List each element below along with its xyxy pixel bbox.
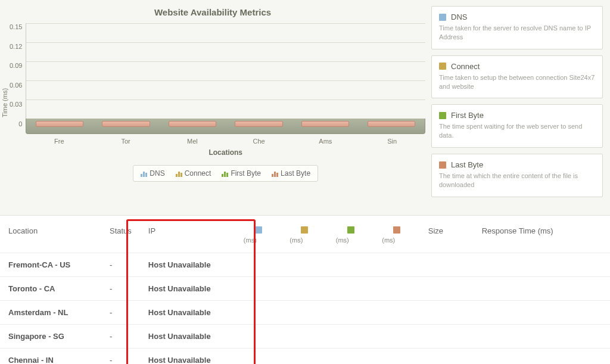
col-ip[interactable]: IP bbox=[140, 216, 235, 253]
cell-connect-ms bbox=[281, 276, 327, 300]
y-tick: 0.03 bbox=[10, 101, 22, 108]
x-tick: Ams bbox=[292, 138, 359, 145]
cell-ip: Host Unavailable bbox=[140, 324, 235, 348]
col-status[interactable]: Status bbox=[101, 216, 140, 253]
info-title: DNS bbox=[451, 13, 467, 21]
y-tick: 0.06 bbox=[10, 82, 22, 89]
gridline bbox=[26, 61, 425, 62]
y-axis-label: Time (ms) bbox=[0, 23, 10, 182]
plot-area[interactable] bbox=[26, 23, 425, 119]
table-row[interactable]: Amsterdam - NL-Host Unavailable bbox=[0, 300, 610, 324]
legend-item-connect[interactable]: Connect bbox=[176, 169, 211, 178]
swatch-icon bbox=[439, 161, 446, 169]
legend-item-firstbyte[interactable]: First Byte bbox=[222, 169, 261, 178]
table-row[interactable]: Chennai - IN-Host Unavailable bbox=[0, 348, 610, 364]
bar-lastbyte-icon bbox=[169, 121, 216, 127]
x-axis-ticks: Fre Tor Mel Che Ams Sin bbox=[26, 138, 425, 145]
cell-dns-ms bbox=[235, 276, 281, 300]
bar-slot bbox=[93, 119, 159, 133]
col-location[interactable]: Location bbox=[0, 216, 101, 253]
bar-lastbyte-icon bbox=[235, 121, 282, 127]
ms-sub: (ms) bbox=[336, 237, 349, 244]
cell-lastbyte-ms bbox=[374, 348, 419, 364]
y-tick: 0.09 bbox=[10, 62, 22, 69]
cell-lastbyte-ms bbox=[374, 276, 419, 300]
col-response[interactable]: Response Time (ms) bbox=[474, 216, 610, 253]
bar-slot bbox=[359, 119, 425, 133]
bar-slot bbox=[292, 119, 358, 133]
cell-lastbyte-ms bbox=[374, 324, 419, 348]
gridline bbox=[26, 42, 425, 43]
gridline bbox=[26, 23, 425, 24]
cell-response bbox=[474, 276, 610, 300]
cell-firstbyte-ms bbox=[328, 348, 374, 364]
table-row[interactable]: Singapore - SG-Host Unavailable bbox=[0, 324, 610, 348]
cell-ip: Host Unavailable bbox=[140, 300, 235, 324]
x-tick: Che bbox=[226, 138, 292, 145]
bar-lastbyte-icon bbox=[301, 121, 349, 127]
x-tick: Fre bbox=[26, 138, 92, 145]
table-row[interactable]: Fremont-CA - US-Host Unavailable bbox=[0, 253, 610, 276]
col-size[interactable]: Size bbox=[420, 216, 474, 253]
metrics-table: Location Status IP (ms) (ms) (ms) bbox=[0, 216, 610, 364]
info-card-dns: DNS Time taken for the server to resolve… bbox=[431, 6, 603, 49]
bars-icon bbox=[176, 170, 182, 177]
cell-response bbox=[474, 300, 610, 324]
bar-lastbyte-icon bbox=[368, 121, 415, 127]
y-tick: 0.12 bbox=[10, 43, 22, 50]
cell-dns-ms bbox=[235, 348, 281, 364]
chart-title: Website Availability Metrics bbox=[0, 7, 425, 17]
cell-location: Chennai - IN bbox=[0, 348, 101, 364]
cell-connect-ms bbox=[281, 253, 327, 276]
info-desc: Time taken for the server to resolve DNS… bbox=[439, 24, 595, 42]
col-lastbyte-ms[interactable]: (ms) bbox=[374, 216, 419, 253]
info-desc: The time at which the entire content of … bbox=[439, 172, 595, 189]
info-card-firstbyte: First Byte The time spent waiting for th… bbox=[431, 104, 603, 148]
info-desc: Time taken to setup the between connecti… bbox=[439, 73, 595, 91]
cell-status: - bbox=[101, 276, 140, 300]
gridline bbox=[26, 99, 425, 100]
cell-firstbyte-ms bbox=[328, 276, 374, 300]
table-container: Location Status IP (ms) (ms) (ms) bbox=[0, 216, 610, 364]
swatch-icon bbox=[393, 226, 400, 234]
table-row[interactable]: Toronto - CA-Host Unavailable bbox=[0, 276, 610, 300]
legend-label: Last Byte bbox=[281, 169, 310, 178]
col-dns-ms[interactable]: (ms) bbox=[235, 216, 281, 253]
swatch-icon bbox=[255, 226, 262, 234]
cell-status: - bbox=[101, 348, 140, 364]
legend-item-lastbyte[interactable]: Last Byte bbox=[272, 169, 310, 178]
swatch-icon bbox=[439, 112, 446, 119]
plot-base bbox=[26, 119, 425, 134]
top-area: Website Availability Metrics Time (ms) 0… bbox=[0, 0, 610, 216]
bar-slot bbox=[159, 119, 225, 133]
cell-ip: Host Unavailable bbox=[140, 253, 235, 276]
info-title: First Byte bbox=[451, 111, 484, 120]
col-firstbyte-ms[interactable]: (ms) bbox=[328, 216, 374, 253]
y-tick: 0.15 bbox=[10, 23, 22, 30]
bar-lastbyte-icon bbox=[102, 121, 150, 127]
cell-response bbox=[474, 348, 610, 364]
cell-dns-ms bbox=[235, 253, 281, 276]
x-tick: Mel bbox=[159, 138, 226, 145]
cell-connect-ms bbox=[281, 324, 327, 348]
chart-body: Time (ms) 0.15 0.12 0.09 0.06 0.03 0 bbox=[0, 23, 425, 182]
cell-response bbox=[474, 324, 610, 348]
bars-icon bbox=[141, 170, 147, 177]
legend-item-dns[interactable]: DNS bbox=[141, 169, 164, 178]
info-desc: The time spent waiting for the web serve… bbox=[439, 122, 595, 140]
col-connect-ms[interactable]: (ms) bbox=[281, 216, 327, 253]
swatch-icon bbox=[439, 63, 446, 70]
ms-sub: (ms) bbox=[244, 237, 257, 244]
chart-panel: Website Availability Metrics Time (ms) 0… bbox=[0, 4, 431, 203]
cell-connect-ms bbox=[281, 300, 327, 324]
info-title: Connect bbox=[451, 62, 480, 71]
cell-size bbox=[420, 276, 474, 300]
cell-status: - bbox=[101, 300, 140, 324]
table-header-row: Location Status IP (ms) (ms) (ms) bbox=[0, 216, 610, 253]
ms-sub: (ms) bbox=[382, 237, 395, 244]
cell-connect-ms bbox=[281, 348, 327, 364]
info-card-lastbyte: Last Byte The time at which the entire c… bbox=[431, 154, 603, 197]
cell-dns-ms bbox=[235, 324, 281, 348]
bars-icon bbox=[222, 170, 228, 177]
cell-lastbyte-ms bbox=[374, 300, 419, 324]
